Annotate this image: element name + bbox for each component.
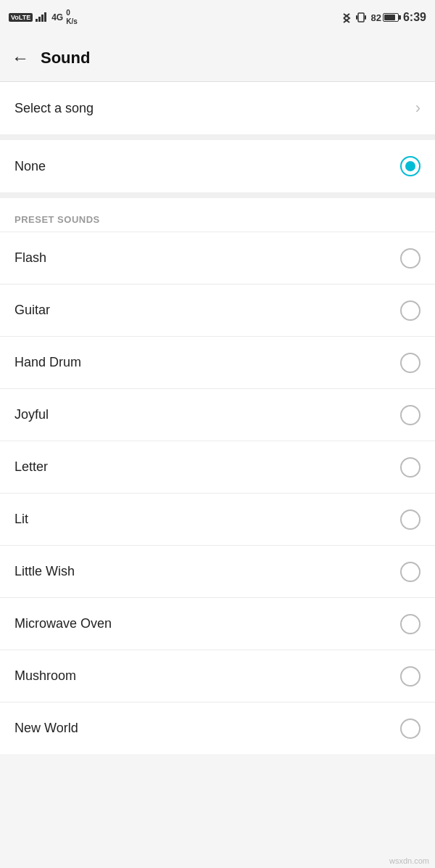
- status-left: VoLTE 4G 0 K/s: [9, 9, 78, 26]
- svg-rect-2: [41, 15, 44, 22]
- sound-item[interactable]: Joyful: [0, 388, 435, 441]
- svg-rect-3: [44, 12, 46, 22]
- sound-radio-unselected[interactable]: [400, 300, 420, 321]
- vibrate-icon: [355, 12, 367, 23]
- sound-item-label: Lit: [14, 512, 28, 527]
- header: ← Sound: [0, 35, 435, 81]
- signal-strength: [36, 12, 49, 23]
- sound-item[interactable]: Mushroom: [0, 650, 435, 702]
- sound-item-label: Letter: [14, 459, 48, 475]
- preset-sounds-label: PRESET SOUNDS: [14, 214, 100, 225]
- sound-item[interactable]: Flash: [0, 232, 435, 284]
- sound-item-label: Guitar: [14, 303, 50, 318]
- sound-radio-unselected[interactable]: [400, 666, 420, 687]
- sound-radio-unselected[interactable]: [400, 457, 420, 478]
- watermark: wsxdn.com: [389, 856, 429, 865]
- sound-item-label: Hand Drum: [14, 355, 81, 370]
- status-right: 82 6:39: [342, 11, 427, 24]
- sound-item[interactable]: Lit: [0, 493, 435, 545]
- sound-item[interactable]: New World: [0, 702, 435, 754]
- none-radio-selected[interactable]: [400, 156, 420, 176]
- chevron-right-icon: ›: [415, 99, 420, 118]
- data-speed: 0 K/s: [66, 9, 78, 26]
- sound-item[interactable]: Microwave Oven: [0, 597, 435, 650]
- none-option-row[interactable]: None: [0, 140, 435, 192]
- sound-radio-unselected[interactable]: [400, 509, 420, 530]
- back-button[interactable]: ←: [12, 49, 29, 67]
- sound-item[interactable]: Hand Drum: [0, 336, 435, 388]
- sound-radio-unselected[interactable]: [400, 248, 420, 269]
- battery-percent: 82: [371, 12, 381, 23]
- status-bar: VoLTE 4G 0 K/s 82: [0, 0, 435, 35]
- sound-radio-unselected[interactable]: [400, 614, 420, 634]
- svg-rect-6: [365, 15, 366, 20]
- sound-radio-unselected[interactable]: [400, 718, 420, 739]
- sound-item[interactable]: Little Wish: [0, 545, 435, 597]
- none-label: None: [14, 159, 46, 174]
- svg-rect-5: [356, 15, 357, 20]
- sound-radio-unselected[interactable]: [400, 405, 420, 425]
- svg-rect-0: [36, 19, 38, 22]
- select-song-row[interactable]: Select a song ›: [0, 82, 435, 134]
- sound-list: Flash Guitar Hand Drum Joyful Letter Lit…: [0, 232, 435, 754]
- volte-badge: VoLTE: [9, 13, 33, 22]
- sound-item-label: Joyful: [14, 407, 49, 422]
- preset-sounds-header: PRESET SOUNDS: [0, 198, 435, 232]
- sound-item-label: Little Wish: [14, 564, 75, 579]
- svg-rect-4: [358, 13, 364, 22]
- sound-item-label: Mushroom: [14, 668, 76, 684]
- sound-item[interactable]: Letter: [0, 441, 435, 493]
- radio-selected-inner: [405, 161, 415, 171]
- section-separator: [0, 134, 435, 140]
- battery-rect: [383, 13, 399, 22]
- clock: 6:39: [403, 11, 426, 24]
- battery-icon: 82: [371, 12, 399, 23]
- select-song-label: Select a song: [14, 101, 94, 116]
- sound-item-label: Flash: [14, 250, 46, 266]
- sound-item[interactable]: Guitar: [0, 284, 435, 336]
- svg-rect-1: [38, 17, 41, 22]
- network-type: 4G: [51, 12, 63, 22]
- sound-item-label: New World: [14, 721, 78, 736]
- sound-radio-unselected[interactable]: [400, 353, 420, 373]
- sound-radio-unselected[interactable]: [400, 562, 420, 582]
- sound-item-label: Microwave Oven: [14, 616, 112, 631]
- page-title: Sound: [41, 49, 90, 67]
- preset-separator: [0, 192, 435, 198]
- bluetooth-icon: [342, 11, 351, 24]
